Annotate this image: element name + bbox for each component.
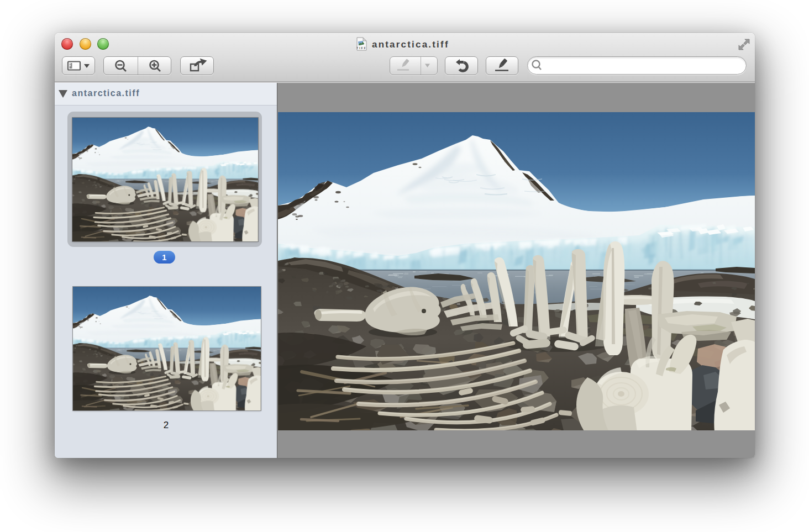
svg-text:TIFF: TIFF <box>356 47 366 50</box>
